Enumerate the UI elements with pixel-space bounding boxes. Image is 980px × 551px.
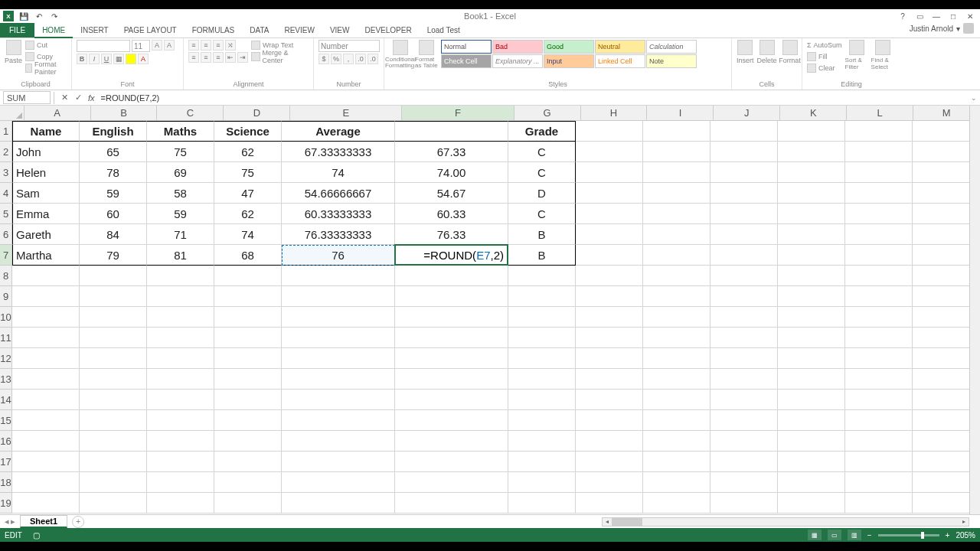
cell-B15[interactable] <box>80 410 147 431</box>
cell-F2[interactable]: 67.33 <box>395 142 508 162</box>
cell-I16[interactable] <box>643 431 710 452</box>
cell-C6[interactable]: 71 <box>147 224 214 245</box>
cell-L11[interactable] <box>845 328 913 348</box>
formula-input[interactable] <box>98 93 968 103</box>
tab-home[interactable]: HOME <box>34 23 73 38</box>
cell-L9[interactable] <box>845 286 913 307</box>
cell-F16[interactable] <box>395 431 508 452</box>
italic-button[interactable]: I <box>89 54 100 64</box>
cell-L12[interactable] <box>845 348 913 369</box>
cell-C5[interactable]: 59 <box>147 204 214 224</box>
cell-A11[interactable] <box>12 328 80 348</box>
cell-I2[interactable] <box>643 142 710 162</box>
cell-K10[interactable] <box>778 307 845 328</box>
find-select-button[interactable]: Find & Select <box>871 40 894 70</box>
cell-G4[interactable]: D <box>508 183 576 204</box>
cell-E3[interactable]: 74 <box>282 162 395 183</box>
orientation-icon[interactable]: ⤭ <box>225 40 236 51</box>
cell-L4[interactable] <box>845 183 913 204</box>
cell-D16[interactable] <box>214 431 282 452</box>
horizontal-scrollbar[interactable]: ◂ ▸ <box>602 517 969 527</box>
cell-H18[interactable] <box>576 472 643 493</box>
sheet-tab-sheet1[interactable]: Sheet1 <box>20 515 67 528</box>
cell-H9[interactable] <box>576 286 643 307</box>
style-calculation[interactable]: Calculation <box>646 40 697 54</box>
cell-B6[interactable]: 84 <box>80 224 147 245</box>
cell-K15[interactable] <box>778 410 845 431</box>
cell-D6[interactable]: 74 <box>214 224 282 245</box>
cell-J14[interactable] <box>710 390 778 410</box>
fill-color-button[interactable] <box>126 54 136 64</box>
cell-B9[interactable] <box>80 286 147 307</box>
insert-cells-button[interactable]: Insert <box>737 40 754 64</box>
cell-A15[interactable] <box>12 410 80 431</box>
cell-L7[interactable] <box>845 245 913 266</box>
bold-button[interactable]: B <box>77 54 87 64</box>
number-format-select[interactable] <box>318 40 380 52</box>
cell-L13[interactable] <box>845 369 913 390</box>
cell-G7[interactable]: B <box>508 245 576 266</box>
paste-button[interactable]: Paste <box>5 40 22 64</box>
close-icon[interactable]: ✕ <box>963 11 977 21</box>
cell-J17[interactable] <box>710 452 778 472</box>
row-header-12[interactable]: 12 <box>0 348 12 369</box>
cell-K8[interactable] <box>778 266 845 286</box>
vertical-scrollbar[interactable] <box>969 106 980 514</box>
decrease-font-icon[interactable]: A <box>164 40 175 51</box>
cell-I17[interactable] <box>643 452 710 472</box>
cell-B13[interactable] <box>80 369 147 390</box>
zoom-out-icon[interactable]: − <box>867 531 872 540</box>
cell-A19[interactable] <box>12 493 80 514</box>
cell-K6[interactable] <box>778 224 845 245</box>
cell-J16[interactable] <box>710 431 778 452</box>
underline-button[interactable]: U <box>101 54 112 64</box>
font-name-input[interactable] <box>77 40 130 52</box>
enter-formula-icon[interactable]: ✓ <box>71 91 85 104</box>
cell-L18[interactable] <box>845 472 913 493</box>
cell-L17[interactable] <box>845 452 913 472</box>
cell-D12[interactable] <box>214 348 282 369</box>
cell-I8[interactable] <box>643 266 710 286</box>
conditional-formatting-button[interactable]: Conditional Formatting <box>389 40 412 69</box>
select-all-button[interactable] <box>0 106 24 121</box>
cell-J6[interactable] <box>710 224 778 245</box>
col-header-I[interactable]: I <box>647 106 714 121</box>
percent-icon[interactable]: % <box>331 54 341 64</box>
cell-B3[interactable]: 78 <box>80 162 147 183</box>
cell-G8[interactable] <box>508 266 576 286</box>
delete-cells-button[interactable]: Delete <box>757 40 777 64</box>
cell-K1[interactable] <box>778 121 845 142</box>
cell-J9[interactable] <box>710 286 778 307</box>
cell-J18[interactable] <box>710 472 778 493</box>
style-linked-cell[interactable]: Linked Cell <box>595 54 645 68</box>
cell-B2[interactable]: 65 <box>80 142 147 162</box>
cell-G17[interactable] <box>508 452 576 472</box>
cell-G3[interactable]: C <box>508 162 576 183</box>
row-header-13[interactable]: 13 <box>0 369 12 390</box>
col-header-L[interactable]: L <box>847 106 913 121</box>
row-header-18[interactable]: 18 <box>0 472 12 493</box>
worksheet-grid[interactable]: A B C D E F G H I J K L M 12345678910111… <box>0 106 980 514</box>
cut-button[interactable]: Cut <box>25 40 67 51</box>
cell-A13[interactable] <box>12 369 80 390</box>
tab-insert[interactable]: INSERT <box>73 23 116 37</box>
cell-H15[interactable] <box>576 410 643 431</box>
cell-H6[interactable] <box>576 224 643 245</box>
cell-H17[interactable] <box>576 452 643 472</box>
minimize-icon[interactable]: — <box>929 11 943 21</box>
cell-A7[interactable]: Martha <box>12 245 80 266</box>
style-explanatory[interactable]: Explanatory ... <box>492 54 543 68</box>
cell-I12[interactable] <box>643 348 710 369</box>
cell-G13[interactable] <box>508 369 576 390</box>
row-header-3[interactable]: 3 <box>0 162 12 183</box>
cell-A4[interactable]: Sam <box>12 183 80 204</box>
cell-B16[interactable] <box>80 431 147 452</box>
cell-C1[interactable]: Maths <box>147 121 214 142</box>
cell-B5[interactable]: 60 <box>80 204 147 224</box>
cell-G14[interactable] <box>508 390 576 410</box>
row-header-10[interactable]: 10 <box>0 307 12 328</box>
row-header-5[interactable]: 5 <box>0 204 12 224</box>
styles-gallery[interactable]: Normal Bad Good Neutral Calculation Chec… <box>441 40 697 68</box>
cell-H4[interactable] <box>576 183 643 204</box>
cell-L19[interactable] <box>845 493 913 514</box>
